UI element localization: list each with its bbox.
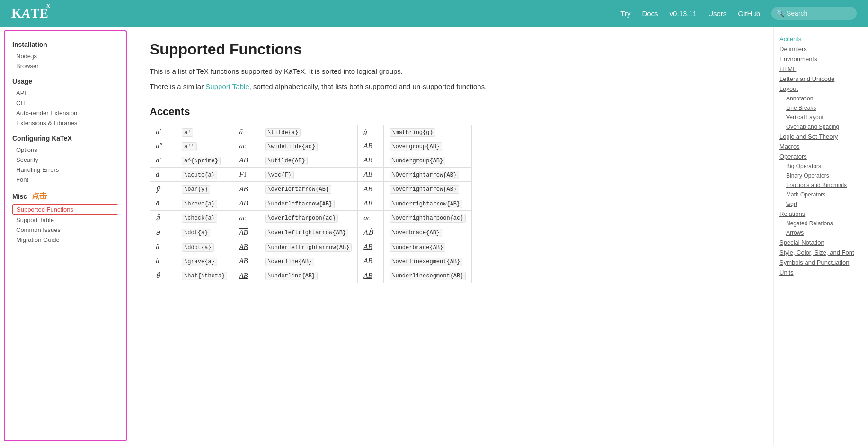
toc-item-vertical-layout[interactable]: Vertical Layout (779, 113, 862, 122)
misc-icon: 点击 (32, 191, 47, 201)
toc-item-annotation[interactable]: Annotation (779, 94, 862, 103)
table-row: ȳ \bar{y} AB \overleftarrow{AB} AB \over… (150, 182, 472, 196)
toc-item-special-notation[interactable]: Special Notation (779, 238, 862, 248)
sidebar-item-common-issues[interactable]: Common Issues (12, 225, 118, 235)
toc-item-binary-operators[interactable]: Binary Operators (779, 171, 862, 180)
page-desc-2: There is a similar Support Table, sorted… (150, 81, 754, 92)
table-row: a′ a^{\prime} AB \utilde{AB} AB \undergr… (150, 153, 472, 168)
toc-item-macros[interactable]: Macros (779, 142, 862, 151)
sidebar-item-api[interactable]: API (12, 88, 118, 98)
sidebar-section-installation: Installation (12, 41, 118, 48)
search-input[interactable] (771, 7, 857, 20)
sidebar-item-nodejs[interactable]: Node.js (12, 51, 118, 61)
toc-item-operators[interactable]: Operators (779, 151, 862, 161)
sidebar-item-cli[interactable]: CLI (12, 98, 118, 108)
sidebar-section-config: Configuring KaTeX (12, 134, 118, 142)
header: KATEX Try Docs v0.13.11 Users GitHub 🔍 (0, 0, 868, 27)
table-row: á \acute{a} F⃗ \vec{F} AB \Overrightarro… (150, 168, 472, 182)
sidebar-item-extensions[interactable]: Extensions & Libraries (12, 118, 118, 128)
table-row: a″ a'' ac \widetilde{ac} AB \overgroup{A… (150, 139, 472, 153)
toc-item-line-breaks[interactable]: Line Breaks (779, 103, 862, 113)
sidebar-item-font[interactable]: Font (12, 175, 118, 185)
left-sidebar: Installation Node.js Browser Usage API C… (4, 30, 127, 441)
table-row: ȧ \dot{a} AB \overleftrightarrow{AB} AB̂… (150, 225, 472, 240)
sidebar-item-auto-render[interactable]: Auto-render Extension (12, 108, 118, 118)
toc-item-overlap-spacing[interactable]: Overlap and Spacing (779, 122, 862, 132)
sidebar-item-browser[interactable]: Browser (12, 61, 118, 71)
page-desc-1: This is a list of TeX functions supporte… (150, 66, 754, 77)
toc-item-units[interactable]: Units (779, 267, 862, 277)
toc-item-math-operators[interactable]: Math Operators (779, 190, 862, 199)
toc-item-delimiters[interactable]: Delimiters (779, 44, 862, 54)
toc-item-html[interactable]: HTML (779, 64, 862, 74)
toc-item-arrows[interactable]: Arrows (779, 228, 862, 238)
logo: KATEX (11, 6, 48, 21)
table-row: ǎ \check{a} ac \overleftharpoon{ac} ac \… (150, 211, 472, 225)
toc-item-style-color[interactable]: Style, Color, Size, and Font (779, 248, 862, 258)
accents-table: a′ a' ã \tilde{a} ġ \mathring{g} a″ a'' … (150, 125, 472, 283)
toc-item-relations[interactable]: Relations (779, 209, 862, 219)
page-title: Supported Functions (150, 41, 754, 58)
sidebar-item-security[interactable]: Security (12, 155, 118, 165)
table-row: à \grave{a} AB \overline{AB} AB \overlin… (150, 254, 472, 268)
nav-version[interactable]: v0.13.11 (670, 9, 697, 18)
toc-item-fractions-binomials[interactable]: Fractions and Binomials (779, 180, 862, 190)
search-wrapper: 🔍 (771, 7, 857, 20)
toc-item-sqrt[interactable]: \sqrt (779, 199, 862, 209)
toc-item-environments[interactable]: Environments (779, 54, 862, 64)
nav-docs[interactable]: Docs (642, 9, 658, 18)
search-icon: 🔍 (776, 9, 784, 17)
sidebar-item-support-table[interactable]: Support Table (12, 215, 118, 225)
accents-section-title: Accents (150, 106, 754, 118)
main-content: Supported Functions This is a list of Te… (131, 27, 773, 445)
nav-github[interactable]: GitHub (738, 9, 760, 18)
table-row: a′ a' ã \tilde{a} ġ \mathring{g} (150, 125, 472, 139)
toc-item-negated-relations[interactable]: Negated Relations (779, 219, 862, 228)
sidebar-item-handling-errors[interactable]: Handling Errors (12, 165, 118, 175)
sidebar-item-migration-guide[interactable]: Migration Guide (12, 235, 118, 245)
nav-users[interactable]: Users (708, 9, 726, 18)
nav-try[interactable]: Try (620, 9, 630, 18)
sidebar-item-supported-functions[interactable]: Supported Functions (12, 204, 118, 215)
table-row: ă \breve{a} AB \underleftarrow{AB} AB \u… (150, 196, 472, 211)
toc-sidebar: Accents Delimiters Environments HTML Let… (773, 27, 868, 445)
toc-item-symbols-punctuation[interactable]: Symbols and Punctuation (779, 258, 862, 267)
page-layout: Installation Node.js Browser Usage API C… (0, 27, 868, 445)
toc-item-accents[interactable]: Accents (779, 34, 862, 44)
main-nav: Try Docs v0.13.11 Users GitHub 🔍 (620, 7, 857, 20)
toc-item-letters-unicode[interactable]: Letters and Unicode (779, 74, 862, 84)
toc-item-layout[interactable]: Layout (779, 84, 862, 94)
toc-item-big-operators[interactable]: Big Operators (779, 161, 862, 171)
sidebar-item-options[interactable]: Options (12, 145, 118, 155)
support-table-link[interactable]: Support Table (205, 82, 249, 90)
sidebar-section-usage: Usage (12, 78, 118, 85)
toc-item-logic-set[interactable]: Logic and Set Theory (779, 132, 862, 142)
sidebar-section-misc: Misc 点击 (12, 191, 118, 201)
table-row: ä \ddot{a} AB \underleftrightarrow{AB} A… (150, 240, 472, 254)
table-row: θ̂ \hat{\theta} AB \underline{AB} AB \un… (150, 268, 472, 283)
